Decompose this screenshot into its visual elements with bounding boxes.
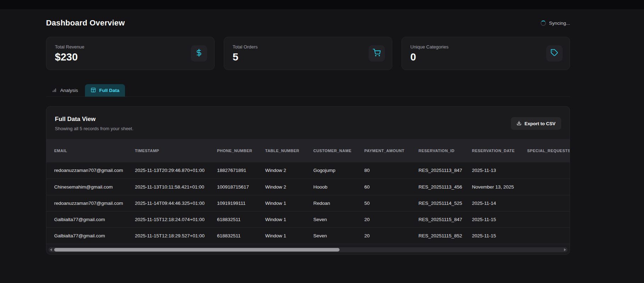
stat-icon-box bbox=[369, 45, 385, 62]
table-cell: RES_20251115_852 bbox=[418, 227, 472, 244]
spinner-icon bbox=[541, 21, 546, 26]
table-cell: Window 2 bbox=[265, 162, 313, 179]
table-cell: 20 bbox=[364, 227, 418, 244]
full-data-view-card: Full Data View Showing all 5 records fro… bbox=[46, 106, 570, 255]
stat-label: Unique Categories bbox=[410, 44, 561, 50]
table-cell: Galbialta77@gmail.com bbox=[46, 211, 135, 227]
stat-card-total-revenue: Total Revenue $230 bbox=[46, 37, 215, 70]
table-cell: Redoan bbox=[313, 195, 364, 211]
shopping-cart-icon bbox=[373, 49, 381, 58]
dollar-sign-icon bbox=[195, 49, 203, 58]
table-cell: 60 bbox=[364, 179, 418, 195]
table-cell: November 13, 2025 bbox=[472, 179, 527, 195]
scroll-left-arrow-icon[interactable] bbox=[50, 248, 52, 251]
data-card-header: Full Data View Showing all 5 records fro… bbox=[46, 106, 570, 131]
table-cell: 618832511 bbox=[217, 211, 265, 227]
table-cell: Window 1 bbox=[265, 211, 313, 227]
table-cell: Hooob bbox=[313, 179, 364, 195]
table-cell: Chinesemahim@gmail.com bbox=[46, 179, 135, 195]
table-row[interactable]: redoanuzzaman707@gmail.com2025-11-13T20:… bbox=[46, 162, 570, 179]
column-header: RESERVATION_DATE bbox=[472, 139, 527, 162]
table-cell: RES_20251113_847 bbox=[418, 162, 472, 179]
tab-label: Full Data bbox=[99, 88, 119, 93]
table-cell: Seven bbox=[313, 211, 364, 227]
table-cell: Window 2 bbox=[265, 179, 313, 195]
page-title: Dashboard Overview bbox=[46, 18, 125, 28]
table-cell: RES_20251113_456 bbox=[418, 179, 472, 195]
stat-label: Total Orders bbox=[233, 44, 383, 50]
table-cell: RES_20251115_847 bbox=[418, 211, 472, 227]
table-row[interactable]: Galbialta77@gmail.com2025-11-15T12:18:29… bbox=[46, 227, 570, 244]
stat-value: 5 bbox=[233, 51, 383, 63]
stat-icon-box bbox=[546, 45, 563, 62]
table-cell: 2025-11-13T10:11:58.421+01:00 bbox=[135, 179, 217, 195]
table-header-row: EMAILTIMESTAMPPHONE_NUMBERTABLE_NUMBERCU… bbox=[46, 139, 570, 162]
scrollbar-thumb[interactable] bbox=[54, 248, 340, 252]
column-header: RESERVATION_ID bbox=[418, 139, 472, 162]
data-table-wrapper: EMAILTIMESTAMPPHONE_NUMBERTABLE_NUMBERCU… bbox=[46, 139, 570, 244]
sync-status: Syncing... bbox=[541, 21, 570, 26]
stat-label: Total Revenue bbox=[55, 44, 206, 50]
download-icon bbox=[517, 121, 522, 127]
data-card-title: Full Data View bbox=[55, 116, 133, 123]
table-row[interactable]: redoanuzzaman707@gmail.com2025-11-14T09:… bbox=[46, 195, 570, 211]
stat-cards-row: Total Revenue $230 Total Orders 5 bbox=[46, 37, 570, 70]
export-button-label: Export to CSV bbox=[525, 121, 555, 126]
table-body: redoanuzzaman707@gmail.com2025-11-13T20:… bbox=[46, 162, 570, 244]
table-cell: 10919199111 bbox=[217, 195, 265, 211]
table-cell: 2025-11-14 bbox=[472, 195, 527, 211]
window-top-strip bbox=[0, 0, 644, 10]
column-header: TABLE_NUMBER bbox=[265, 139, 313, 162]
table-cell: Seven bbox=[313, 227, 364, 244]
tab-analysis[interactable]: Analysis bbox=[46, 84, 84, 97]
stat-card-total-orders: Total Orders 5 bbox=[224, 37, 392, 70]
table-row[interactable]: Galbialta77@gmail.com2025-11-15T12:18:24… bbox=[46, 211, 570, 227]
table-cell: 2025-11-13 bbox=[472, 162, 527, 179]
column-header: CUSTOMER_NAME bbox=[313, 139, 364, 162]
stat-icon-box bbox=[191, 45, 207, 62]
table-cell bbox=[527, 162, 570, 179]
tag-icon bbox=[551, 49, 558, 58]
stat-card-unique-categories: Unique Categories 0 bbox=[401, 37, 570, 70]
dashboard-content: Dashboard Overview Syncing... Total Reve… bbox=[46, 18, 570, 255]
export-to-csv-button[interactable]: Export to CSV bbox=[511, 117, 561, 130]
table-cell: RES_20251114_525 bbox=[418, 195, 472, 211]
table-icon bbox=[91, 87, 96, 94]
column-header: PAYMENT_AMOUNT bbox=[364, 139, 418, 162]
table-cell: Gogojump bbox=[313, 162, 364, 179]
table-cell bbox=[527, 227, 570, 244]
tab-list: Analysis Full Data bbox=[46, 84, 570, 97]
table-cell: redoanuzzaman707@gmail.com bbox=[46, 162, 135, 179]
data-table: EMAILTIMESTAMPPHONE_NUMBERTABLE_NUMBERCU… bbox=[46, 139, 570, 244]
tab-full-data[interactable]: Full Data bbox=[85, 84, 125, 97]
table-cell: 618832511 bbox=[217, 227, 265, 244]
table-cell bbox=[527, 211, 570, 227]
table-cell: redoanuzzaman707@gmail.com bbox=[46, 195, 135, 211]
column-header: EMAIL bbox=[46, 139, 135, 162]
table-cell: 2025-11-15T12:18:24.074+01:00 bbox=[135, 211, 217, 227]
column-header: SPECIAL_REQUESTS bbox=[527, 139, 570, 162]
table-cell: 2025-11-15T12:18:29.527+01:00 bbox=[135, 227, 217, 244]
page-header: Dashboard Overview Syncing... bbox=[46, 18, 570, 28]
data-card-heading: Full Data View Showing all 5 records fro… bbox=[55, 116, 133, 131]
table-cell: 2025-11-15 bbox=[472, 211, 527, 227]
table-cell bbox=[527, 195, 570, 211]
scroll-right-arrow-icon[interactable] bbox=[564, 248, 566, 251]
table-cell: 2025-11-14T09:44:46.325+01:00 bbox=[135, 195, 217, 211]
table-cell: Galbialta77@gmail.com bbox=[46, 227, 135, 244]
data-card-subtitle: Showing all 5 records from your sheet. bbox=[55, 126, 133, 131]
sync-status-label: Syncing... bbox=[549, 21, 570, 26]
table-cell: Window 1 bbox=[265, 227, 313, 244]
horizontal-scrollbar[interactable] bbox=[49, 247, 568, 252]
table-cell: 100918715617 bbox=[217, 179, 265, 195]
table-cell: 20 bbox=[364, 211, 418, 227]
table-cell: 18827671891 bbox=[217, 162, 265, 179]
table-row[interactable]: Chinesemahim@gmail.com2025-11-13T10:11:5… bbox=[46, 179, 570, 195]
table-cell: Window 1 bbox=[265, 195, 313, 211]
table-cell: 2025-11-13T20:29:46.870+01:00 bbox=[135, 162, 217, 179]
stat-value: 0 bbox=[410, 51, 561, 63]
bar-chart-icon bbox=[52, 87, 57, 94]
stat-value: $230 bbox=[55, 51, 206, 63]
table-cell: 50 bbox=[364, 195, 418, 211]
table-cell bbox=[527, 179, 570, 195]
